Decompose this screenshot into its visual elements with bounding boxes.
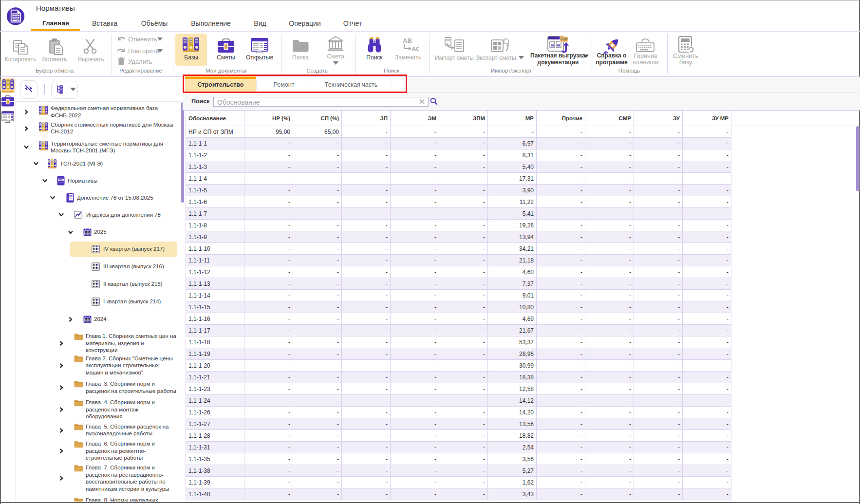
svg-text:АС: АС [411, 45, 419, 53]
svg-text:АВ: АВ [403, 37, 412, 44]
